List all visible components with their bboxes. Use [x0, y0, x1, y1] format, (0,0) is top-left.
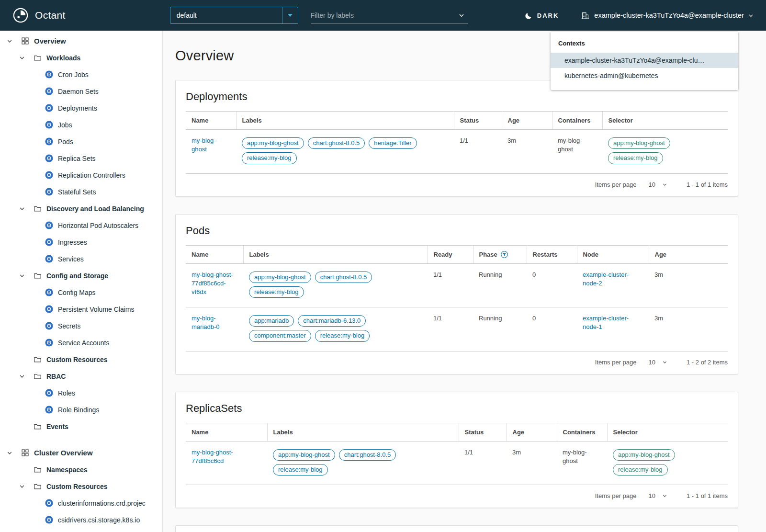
column-header-ready[interactable]: Ready: [428, 245, 473, 263]
column-header-age[interactable]: Age: [649, 245, 728, 263]
folder-icon: [34, 422, 42, 430]
cell-age: 3m: [649, 307, 728, 351]
column-header-selector[interactable]: Selector: [602, 112, 728, 130]
page-size-value: 10: [649, 359, 655, 366]
sidebar-item-roles[interactable]: Roles: [0, 385, 162, 401]
chevron-down-icon[interactable]: [19, 374, 25, 379]
sidebar-item-discovery-and-load-balancing[interactable]: Discovery and Load Balancing: [0, 200, 162, 217]
page-size-select[interactable]: 10: [649, 181, 667, 188]
chevron-down-icon[interactable]: [458, 12, 465, 19]
sidebar-item-custom-resources[interactable]: Custom Resources: [0, 351, 162, 368]
sidebar-item-label: Replica Sets: [58, 155, 96, 162]
cell-text: 1/1: [433, 271, 442, 278]
chevron-down-icon[interactable]: [19, 55, 25, 61]
chevron-down-icon: [748, 13, 754, 18]
column-header-containers[interactable]: Containers: [557, 423, 607, 441]
resource-icon: [45, 499, 53, 507]
cell-text: 0: [532, 271, 536, 278]
sidebar-item-persistent-volume-claims[interactable]: Persistent Volume Claims: [0, 301, 162, 317]
sidebar-item-custom-resources[interactable]: Custom Resources: [0, 478, 162, 495]
column-header-labels[interactable]: Labels: [267, 423, 459, 441]
column-header-age[interactable]: Age: [507, 423, 557, 441]
cell-restarts: 0: [527, 263, 577, 307]
context-dropdown-list: example-cluster-ka3TuTzYo4a@example-clu……: [551, 53, 738, 83]
sidebar-item-replication-controllers[interactable]: Replication Controllers: [0, 167, 162, 183]
chevron-down-icon[interactable]: [7, 38, 12, 44]
chevron-down-icon[interactable]: [7, 450, 12, 456]
resource-link[interactable]: my-blog-mariadb-0: [192, 315, 220, 330]
folder-icon: [34, 272, 42, 280]
column-header-labels[interactable]: Labels: [243, 245, 428, 263]
context-dropdown: Contexts example-cluster-ka3TuTzYo4a@exa…: [551, 32, 738, 90]
sidebar-item-label: Custom Resources: [46, 483, 108, 490]
sidebar-item-ingresses[interactable]: Ingresses: [0, 234, 162, 250]
resource-link[interactable]: my-blog-ghost: [192, 137, 216, 153]
label-pill: chart:ghost-8.0.5: [308, 137, 365, 149]
cell-ready: 1/1: [428, 263, 473, 307]
chevron-down-icon[interactable]: [19, 484, 25, 489]
sidebar-item-jobs[interactable]: Jobs: [0, 116, 162, 133]
column-header-label: Containers: [563, 429, 596, 436]
sidebar-item-rbac[interactable]: RBAC: [0, 368, 162, 385]
column-header-name[interactable]: Name: [186, 423, 267, 441]
sidebar-item-daemon-sets[interactable]: Daemon Sets: [0, 83, 162, 100]
sidebar-item-label: RBAC: [46, 373, 66, 380]
cell-name: my-blog-ghost: [186, 130, 236, 174]
sidebar-item-replica-sets[interactable]: Replica Sets: [0, 150, 162, 167]
table-pods: NameLabelsReadyPhaseRestartsNodeAgemy-bl…: [186, 245, 728, 351]
funnel-filter-icon[interactable]: [501, 251, 508, 258]
card-pods: PodsNameLabelsReadyPhaseRestartsNodeAgem…: [175, 214, 738, 374]
resource-link[interactable]: example-cluster-node-2: [583, 271, 629, 287]
sidebar-item-label: Ingresses: [58, 238, 87, 246]
cell-name: my-blog-ghost-77df85c6cd: [186, 441, 267, 485]
context-option[interactable]: example-cluster-ka3TuTzYo4a@example-clu…: [551, 53, 738, 68]
table-head: NameLabelsStatusAgeContainersSelector: [186, 423, 728, 441]
resource-link[interactable]: my-blog-ghost-77df85c6cd: [192, 449, 233, 464]
context-selector[interactable]: example-cluster-ka3TuTzYo4a@example-clus…: [581, 11, 754, 20]
column-header-selector[interactable]: Selector: [607, 423, 728, 441]
filter-labels-input[interactable]: [311, 11, 458, 19]
sidebar-item-deployments[interactable]: Deployments: [0, 100, 162, 116]
resource-icon: [45, 104, 53, 112]
sidebar-item-events[interactable]: Events: [0, 418, 162, 435]
sidebar-item-namespaces[interactable]: Namespaces: [0, 461, 162, 478]
sidebar-item-config-and-storage[interactable]: Config and Storage: [0, 267, 162, 284]
sidebar-item-services[interactable]: Services: [0, 250, 162, 267]
column-header-labels[interactable]: Labels: [236, 112, 454, 130]
column-header-containers[interactable]: Containers: [552, 112, 602, 130]
sidebar-item-pods[interactable]: Pods: [0, 133, 162, 150]
sidebar-item-label: Services: [58, 255, 84, 263]
chevron-down-icon[interactable]: [19, 273, 25, 279]
column-header-name[interactable]: Name: [186, 112, 236, 130]
namespace-select[interactable]: default: [170, 7, 298, 24]
sidebar-item-workloads[interactable]: Workloads: [0, 49, 162, 66]
sidebar-item-role-bindings[interactable]: Role Bindings: [0, 401, 162, 418]
sidebar-item-service-accounts[interactable]: Service Accounts: [0, 334, 162, 351]
context-option[interactable]: kubernetes-admin@kubernetes: [551, 68, 738, 83]
column-header-age[interactable]: Age: [502, 112, 552, 130]
sidebar-item-horizontal-pod-autoscalers[interactable]: Horizontal Pod Autoscalers: [0, 217, 162, 234]
octant-logo-icon: [12, 7, 29, 23]
table-body: my-blog-ghostapp:my-blog-ghostchart:ghos…: [186, 130, 728, 174]
sidebar-item-csidrivers-csi-storage-k8s-io[interactable]: csidrivers.csi.storage.k8s.io: [0, 511, 162, 528]
column-header-restarts[interactable]: Restarts: [527, 245, 577, 263]
theme-toggle[interactable]: DARK: [525, 11, 559, 20]
sidebar-item-stateful-sets[interactable]: Stateful Sets: [0, 183, 162, 200]
column-header-node[interactable]: Node: [577, 245, 649, 263]
column-header-status[interactable]: Status: [454, 112, 502, 130]
resource-link[interactable]: example-cluster-node-1: [583, 315, 629, 330]
sidebar-item-overview[interactable]: Overview: [0, 33, 162, 49]
sidebar-item-config-maps[interactable]: Config Maps: [0, 284, 162, 301]
resource-link[interactable]: my-blog-ghost-77df85c6cd-vf6dx: [192, 271, 233, 295]
page-size-select[interactable]: 10: [649, 492, 667, 499]
column-header-phase[interactable]: Phase: [473, 245, 527, 263]
sidebar-item-clusterinformations-crd-projec[interactable]: clusterinformations.crd.projec: [0, 495, 162, 511]
chevron-down-icon[interactable]: [19, 206, 25, 212]
sidebar-item-secrets[interactable]: Secrets: [0, 317, 162, 334]
column-header-name[interactable]: Name: [186, 245, 243, 263]
page-size-select[interactable]: 10: [649, 359, 667, 366]
sidebar-item-cron-jobs[interactable]: Cron Jobs: [0, 66, 162, 83]
label-pill: release:my-blog: [249, 286, 304, 298]
sidebar-item-cluster-overview[interactable]: Cluster Overview: [0, 444, 162, 461]
column-header-status[interactable]: Status: [459, 423, 507, 441]
